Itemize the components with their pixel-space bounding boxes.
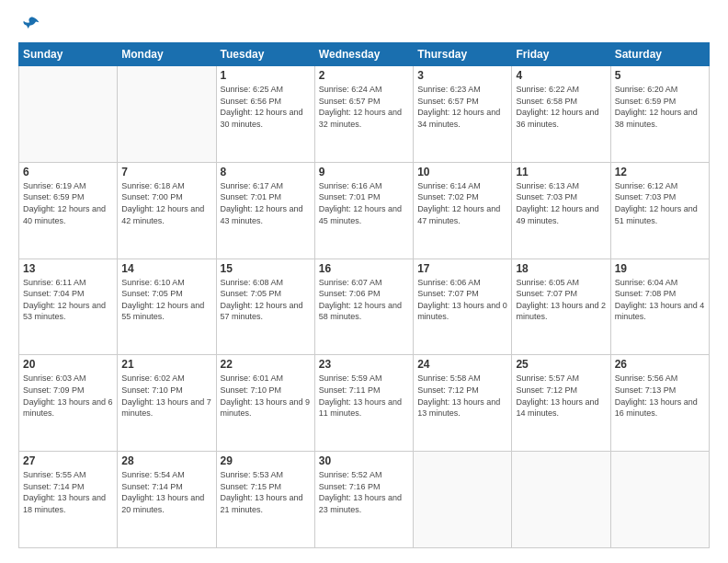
- calendar-week-row: 1Sunrise: 6:25 AM Sunset: 6:56 PM Daylig…: [19, 66, 710, 163]
- day-number: 15: [221, 262, 311, 275]
- calendar-day-cell: 25Sunrise: 5:57 AM Sunset: 7:12 PM Dayli…: [512, 355, 610, 452]
- calendar-day-cell: 6Sunrise: 6:19 AM Sunset: 6:59 PM Daylig…: [19, 162, 118, 259]
- day-number: 24: [417, 358, 507, 371]
- weekday-header-wednesday: Wednesday: [314, 43, 413, 66]
- calendar-day-cell: 4Sunrise: 6:22 AM Sunset: 6:58 PM Daylig…: [512, 66, 610, 163]
- day-number: 3: [417, 69, 507, 82]
- day-number: 21: [121, 358, 211, 371]
- logo: [18, 15, 42, 33]
- calendar-day-cell: 27Sunrise: 5:55 AM Sunset: 7:14 PM Dayli…: [19, 452, 118, 548]
- day-info: Sunrise: 5:56 AM Sunset: 7:13 PM Dayligh…: [615, 373, 705, 419]
- calendar-day-cell: 7Sunrise: 6:18 AM Sunset: 7:00 PM Daylig…: [118, 162, 216, 259]
- calendar-day-cell: 9Sunrise: 6:16 AM Sunset: 7:01 PM Daylig…: [314, 162, 413, 259]
- day-info: Sunrise: 6:19 AM Sunset: 6:59 PM Dayligh…: [23, 180, 113, 226]
- weekday-header-monday: Monday: [118, 43, 216, 66]
- day-number: 8: [221, 166, 311, 178]
- day-info: Sunrise: 6:06 AM Sunset: 7:07 PM Dayligh…: [417, 277, 507, 323]
- day-info: Sunrise: 6:13 AM Sunset: 7:03 PM Dayligh…: [516, 180, 606, 226]
- calendar-day-cell: 2Sunrise: 6:24 AM Sunset: 6:57 PM Daylig…: [314, 66, 413, 163]
- weekday-header-tuesday: Tuesday: [216, 43, 314, 66]
- calendar-day-cell: 13Sunrise: 6:11 AM Sunset: 7:04 PM Dayli…: [19, 259, 118, 355]
- day-number: 4: [516, 69, 606, 82]
- day-number: 17: [417, 262, 507, 275]
- day-info: Sunrise: 6:17 AM Sunset: 7:01 PM Dayligh…: [221, 180, 311, 226]
- calendar-day-cell: 18Sunrise: 6:05 AM Sunset: 7:07 PM Dayli…: [512, 259, 610, 355]
- day-info: Sunrise: 6:23 AM Sunset: 6:57 PM Dayligh…: [417, 84, 507, 130]
- day-info: Sunrise: 6:11 AM Sunset: 7:04 PM Dayligh…: [23, 277, 113, 323]
- day-number: 9: [319, 166, 409, 178]
- calendar-day-cell: 22Sunrise: 6:01 AM Sunset: 7:10 PM Dayli…: [216, 355, 314, 452]
- day-number: 16: [319, 262, 409, 275]
- day-info: Sunrise: 6:10 AM Sunset: 7:05 PM Dayligh…: [121, 277, 211, 323]
- calendar-day-cell: 12Sunrise: 6:12 AM Sunset: 7:03 PM Dayli…: [610, 162, 709, 259]
- day-number: 7: [121, 166, 211, 178]
- calendar-day-cell: [19, 66, 118, 163]
- calendar-day-cell: 17Sunrise: 6:06 AM Sunset: 7:07 PM Dayli…: [414, 259, 512, 355]
- day-number: 25: [516, 358, 606, 371]
- calendar-day-cell: 10Sunrise: 6:14 AM Sunset: 7:02 PM Dayli…: [414, 162, 512, 259]
- calendar-table: SundayMondayTuesdayWednesdayThursdayFrid…: [18, 42, 710, 548]
- day-info: Sunrise: 5:52 AM Sunset: 7:16 PM Dayligh…: [319, 469, 409, 515]
- calendar-day-cell: 24Sunrise: 5:58 AM Sunset: 7:12 PM Dayli…: [414, 355, 512, 452]
- day-info: Sunrise: 6:01 AM Sunset: 7:10 PM Dayligh…: [221, 373, 311, 419]
- day-number: 28: [121, 454, 211, 467]
- calendar-day-cell: 11Sunrise: 6:13 AM Sunset: 7:03 PM Dayli…: [512, 162, 610, 259]
- calendar-day-cell: 29Sunrise: 5:53 AM Sunset: 7:15 PM Dayli…: [216, 452, 314, 548]
- day-info: Sunrise: 6:07 AM Sunset: 7:06 PM Dayligh…: [319, 277, 409, 323]
- calendar-day-cell: 28Sunrise: 5:54 AM Sunset: 7:14 PM Dayli…: [118, 452, 216, 548]
- day-number: 27: [23, 454, 113, 467]
- day-number: 19: [615, 262, 705, 275]
- calendar-day-cell: 1Sunrise: 6:25 AM Sunset: 6:56 PM Daylig…: [216, 66, 314, 163]
- day-number: 10: [417, 166, 507, 178]
- calendar-day-cell: 20Sunrise: 6:03 AM Sunset: 7:09 PM Dayli…: [19, 355, 118, 452]
- calendar-day-cell: 8Sunrise: 6:17 AM Sunset: 7:01 PM Daylig…: [216, 162, 314, 259]
- calendar-day-cell: [512, 452, 610, 548]
- calendar-day-cell: 23Sunrise: 5:59 AM Sunset: 7:11 PM Dayli…: [314, 355, 413, 452]
- day-info: Sunrise: 5:57 AM Sunset: 7:12 PM Dayligh…: [516, 373, 606, 419]
- day-info: Sunrise: 6:25 AM Sunset: 6:56 PM Dayligh…: [221, 84, 311, 130]
- day-number: 29: [221, 454, 311, 467]
- day-number: 18: [516, 262, 606, 275]
- weekday-header-sunday: Sunday: [19, 43, 118, 66]
- day-info: Sunrise: 5:58 AM Sunset: 7:12 PM Dayligh…: [417, 373, 507, 419]
- day-info: Sunrise: 5:53 AM Sunset: 7:15 PM Dayligh…: [221, 469, 311, 515]
- day-number: 5: [615, 69, 705, 82]
- day-number: 6: [23, 166, 113, 178]
- day-info: Sunrise: 6:18 AM Sunset: 7:00 PM Dayligh…: [121, 180, 211, 226]
- day-info: Sunrise: 6:04 AM Sunset: 7:08 PM Dayligh…: [615, 277, 705, 323]
- calendar-day-cell: 5Sunrise: 6:20 AM Sunset: 6:59 PM Daylig…: [610, 66, 709, 163]
- day-number: 22: [221, 358, 311, 371]
- day-info: Sunrise: 6:12 AM Sunset: 7:03 PM Dayligh…: [615, 180, 705, 226]
- calendar-day-cell: [118, 66, 216, 163]
- day-info: Sunrise: 5:55 AM Sunset: 7:14 PM Dayligh…: [23, 469, 113, 515]
- day-number: 14: [121, 262, 211, 275]
- day-info: Sunrise: 6:05 AM Sunset: 7:07 PM Dayligh…: [516, 277, 606, 323]
- weekday-header-saturday: Saturday: [610, 43, 709, 66]
- weekday-header-row: SundayMondayTuesdayWednesdayThursdayFrid…: [19, 43, 710, 66]
- calendar-day-cell: 16Sunrise: 6:07 AM Sunset: 7:06 PM Dayli…: [314, 259, 413, 355]
- day-number: 12: [615, 166, 705, 178]
- calendar-day-cell: 15Sunrise: 6:08 AM Sunset: 7:05 PM Dayli…: [216, 259, 314, 355]
- logo-bird-icon: [22, 15, 40, 33]
- day-info: Sunrise: 5:54 AM Sunset: 7:14 PM Dayligh…: [121, 469, 211, 515]
- day-info: Sunrise: 6:08 AM Sunset: 7:05 PM Dayligh…: [221, 277, 311, 323]
- calendar-day-cell: 14Sunrise: 6:10 AM Sunset: 7:05 PM Dayli…: [118, 259, 216, 355]
- calendar-week-row: 6Sunrise: 6:19 AM Sunset: 6:59 PM Daylig…: [19, 162, 710, 259]
- day-number: 1: [221, 69, 311, 82]
- day-number: 13: [23, 262, 113, 275]
- day-info: Sunrise: 6:03 AM Sunset: 7:09 PM Dayligh…: [23, 373, 113, 419]
- day-number: 2: [319, 69, 409, 82]
- day-info: Sunrise: 5:59 AM Sunset: 7:11 PM Dayligh…: [319, 373, 409, 419]
- calendar-day-cell: 26Sunrise: 5:56 AM Sunset: 7:13 PM Dayli…: [610, 355, 709, 452]
- calendar-day-cell: [610, 452, 709, 548]
- calendar-week-row: 20Sunrise: 6:03 AM Sunset: 7:09 PM Dayli…: [19, 355, 710, 452]
- header: [18, 15, 710, 33]
- calendar-week-row: 13Sunrise: 6:11 AM Sunset: 7:04 PM Dayli…: [19, 259, 710, 355]
- day-info: Sunrise: 6:20 AM Sunset: 6:59 PM Dayligh…: [615, 84, 705, 130]
- calendar-day-cell: 21Sunrise: 6:02 AM Sunset: 7:10 PM Dayli…: [118, 355, 216, 452]
- weekday-header-thursday: Thursday: [414, 43, 512, 66]
- day-number: 20: [23, 358, 113, 371]
- day-info: Sunrise: 6:14 AM Sunset: 7:02 PM Dayligh…: [417, 180, 507, 226]
- day-info: Sunrise: 6:02 AM Sunset: 7:10 PM Dayligh…: [121, 373, 211, 419]
- day-number: 30: [319, 454, 409, 467]
